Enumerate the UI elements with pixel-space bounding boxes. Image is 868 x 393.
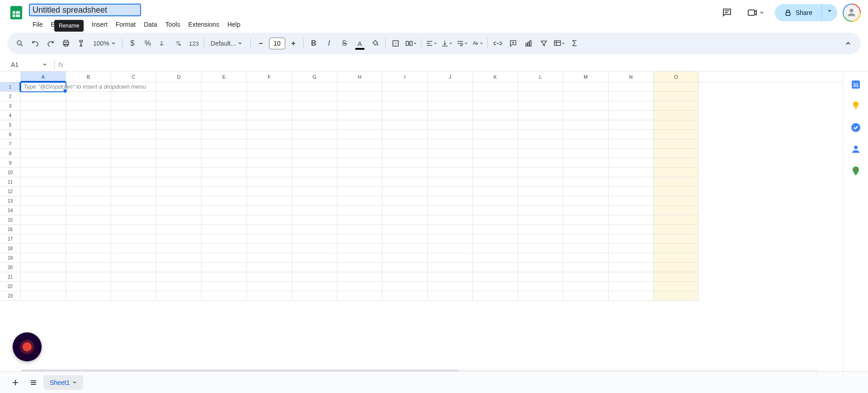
cell[interactable]: [21, 225, 66, 234]
cell[interactable]: [111, 158, 156, 168]
cell[interactable]: [247, 263, 292, 272]
cell[interactable]: [66, 139, 111, 149]
cell[interactable]: [654, 177, 699, 187]
cell[interactable]: [473, 82, 518, 92]
insert-link-button[interactable]: [491, 36, 505, 51]
cell[interactable]: [563, 244, 609, 253]
menu-format[interactable]: Format: [112, 19, 139, 30]
row-header[interactable]: 6: [0, 130, 21, 139]
cell[interactable]: [21, 92, 66, 101]
cell[interactable]: [292, 206, 337, 215]
cell[interactable]: [654, 263, 699, 272]
cell[interactable]: [111, 149, 156, 158]
row-header[interactable]: 19: [0, 253, 21, 263]
print-button[interactable]: [59, 36, 73, 51]
cell[interactable]: [563, 253, 609, 263]
cell[interactable]: [111, 272, 156, 282]
cell[interactable]: [66, 282, 111, 291]
cell[interactable]: [292, 158, 337, 168]
decrease-decimal-button[interactable]: .0: [156, 36, 170, 51]
cell[interactable]: [563, 282, 609, 291]
cell[interactable]: [428, 272, 473, 282]
cell[interactable]: [428, 92, 473, 101]
cell[interactable]: [518, 139, 563, 149]
cell[interactable]: [247, 196, 292, 206]
cell[interactable]: [66, 234, 111, 244]
cell[interactable]: [337, 215, 382, 225]
cell[interactable]: [473, 234, 518, 244]
cell[interactable]: [563, 215, 609, 225]
cell[interactable]: [111, 215, 156, 225]
cell[interactable]: [337, 253, 382, 263]
cell[interactable]: [156, 168, 202, 177]
cell[interactable]: [473, 158, 518, 168]
filter-views-button[interactable]: [552, 36, 566, 51]
row-header[interactable]: 12: [0, 187, 21, 196]
cell[interactable]: [609, 130, 654, 139]
cell[interactable]: [518, 206, 563, 215]
cell[interactable]: [518, 92, 563, 101]
cell[interactable]: [247, 158, 292, 168]
cell[interactable]: [428, 291, 473, 301]
cell[interactable]: [473, 92, 518, 101]
cell[interactable]: [202, 196, 247, 206]
cell[interactable]: [66, 120, 111, 130]
cell[interactable]: [111, 206, 156, 215]
cell[interactable]: [247, 234, 292, 244]
cell[interactable]: [382, 263, 428, 272]
cell[interactable]: [654, 168, 699, 177]
vertical-align-button[interactable]: [439, 36, 454, 51]
cell[interactable]: [518, 272, 563, 282]
cell[interactable]: [609, 225, 654, 234]
cell[interactable]: [382, 139, 428, 149]
cell[interactable]: [111, 82, 156, 92]
cell[interactable]: [473, 206, 518, 215]
cell[interactable]: [66, 215, 111, 225]
row-header[interactable]: 15: [0, 215, 21, 225]
cell[interactable]: [202, 158, 247, 168]
fill-color-button[interactable]: [368, 36, 382, 51]
cell[interactable]: [473, 225, 518, 234]
cell[interactable]: [428, 206, 473, 215]
cell[interactable]: [21, 82, 66, 92]
cell[interactable]: [518, 282, 563, 291]
cell[interactable]: [21, 244, 66, 253]
cell[interactable]: [202, 149, 247, 158]
font-select[interactable]: Default...: [207, 40, 248, 47]
cell[interactable]: [473, 149, 518, 158]
cell[interactable]: [156, 139, 202, 149]
cell[interactable]: [428, 282, 473, 291]
cell[interactable]: [654, 234, 699, 244]
cell[interactable]: [21, 101, 66, 111]
cell[interactable]: [382, 225, 428, 234]
cell[interactable]: [111, 101, 156, 111]
cell[interactable]: [382, 149, 428, 158]
cell[interactable]: [518, 215, 563, 225]
cell[interactable]: [609, 196, 654, 206]
cell[interactable]: [473, 253, 518, 263]
more-formats-button[interactable]: 123: [187, 36, 201, 51]
cell[interactable]: [111, 291, 156, 301]
cell[interactable]: [66, 168, 111, 177]
cell[interactable]: [21, 158, 66, 168]
cell[interactable]: [247, 244, 292, 253]
cell[interactable]: [292, 82, 337, 92]
cell[interactable]: [609, 187, 654, 196]
cell[interactable]: [111, 282, 156, 291]
cell[interactable]: [654, 92, 699, 101]
strikethrough-button[interactable]: S: [337, 36, 352, 51]
cell[interactable]: [654, 130, 699, 139]
row-header[interactable]: 8: [0, 149, 21, 158]
cell[interactable]: [111, 111, 156, 120]
cell[interactable]: [202, 187, 247, 196]
cell[interactable]: [518, 130, 563, 139]
cell[interactable]: [111, 263, 156, 272]
text-wrap-button[interactable]: [455, 36, 469, 51]
create-filter-button[interactable]: [537, 36, 551, 51]
cell[interactable]: [292, 244, 337, 253]
sheets-logo[interactable]: [7, 4, 25, 22]
cell[interactable]: [292, 111, 337, 120]
text-rotation-button[interactable]: A: [470, 36, 485, 51]
cell[interactable]: [156, 92, 202, 101]
cell[interactable]: [654, 139, 699, 149]
